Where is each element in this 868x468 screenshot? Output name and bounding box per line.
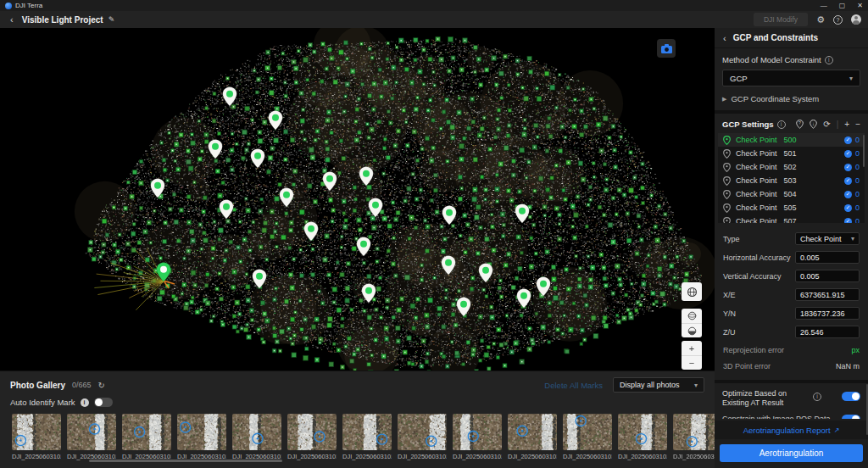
panel-back-button[interactable]: ‹ xyxy=(723,33,726,43)
photo-thumbnail-canvas[interactable] xyxy=(287,414,337,450)
photo-thumbnail-canvas[interactable] xyxy=(67,414,116,450)
gcp-list-item[interactable]: Check Point502✓0 xyxy=(718,160,865,174)
pin-import-icon[interactable]: ↓ xyxy=(810,120,817,129)
gcp-pin-marker[interactable] xyxy=(279,187,294,208)
photo-thumbnail[interactable]: DJI_202506031033... xyxy=(673,414,715,460)
gcp-list-item[interactable]: Check Point507✓0 xyxy=(718,214,865,223)
screenshot-camera-button[interactable] xyxy=(657,39,676,58)
gcp-list-item[interactable]: Check Point505✓0 xyxy=(718,201,865,214)
user-avatar[interactable] xyxy=(851,14,861,25)
photo-thumbnail[interactable]: DJI_202506031033... xyxy=(232,414,281,460)
gcp-pin-marker[interactable] xyxy=(250,148,265,169)
gcp-pin-marker[interactable] xyxy=(441,255,456,276)
gcp-pin-marker[interactable] xyxy=(536,276,551,297)
selected-gcp-pin-marker[interactable] xyxy=(156,262,171,282)
info-icon[interactable]: i xyxy=(81,398,89,407)
optimize-toggle[interactable] xyxy=(842,392,860,401)
add-gcp-button[interactable]: + xyxy=(844,120,849,129)
gcp-pin-marker[interactable] xyxy=(222,86,237,107)
remove-gcp-button[interactable]: − xyxy=(855,120,860,129)
photo-thumbnail-canvas[interactable] xyxy=(673,414,715,450)
photo-thumbnail-canvas[interactable] xyxy=(618,414,667,450)
photo-thumbnail[interactable]: DJI_202506031028... xyxy=(67,414,116,460)
gcp-pin-marker[interactable] xyxy=(356,237,371,257)
clipped-option-toggle[interactable] xyxy=(842,415,860,420)
gcp-pin-marker[interactable] xyxy=(219,199,234,220)
refresh-icon[interactable]: ↻ xyxy=(98,381,105,390)
gcp-pin-marker[interactable] xyxy=(361,283,376,304)
photo-thumbnail-canvas[interactable] xyxy=(563,414,612,450)
detail-input[interactable]: 1836737.236 xyxy=(795,307,860,320)
tilt-view-button[interactable] xyxy=(682,323,702,337)
gcp-point-list[interactable]: Check Point500✓0Check Point501✓0Check Po… xyxy=(718,133,865,223)
photo-thumbnail-canvas[interactable] xyxy=(453,414,502,450)
gcp-pin-marker[interactable] xyxy=(442,205,457,226)
gcp-sync-icon[interactable]: ⟳ xyxy=(823,120,830,129)
delete-all-marks-button[interactable]: Delete All Marks xyxy=(544,381,603,390)
minimize-button[interactable]: — xyxy=(821,0,827,11)
gcp-pin-marker[interactable] xyxy=(208,139,223,159)
detail-input[interactable]: 6373651.915 xyxy=(795,288,860,301)
gcp-pin-marker[interactable] xyxy=(456,297,471,317)
photo-thumbnail-canvas[interactable] xyxy=(398,414,447,450)
photo-thumbnail-strip[interactable]: DJI_202506031027...DJI_202506031028...DJ… xyxy=(0,407,715,460)
aerotriangulation-button[interactable]: Aerotriangulation xyxy=(720,444,863,462)
gallery-scrollbar[interactable] xyxy=(89,460,282,462)
dji-modify-button[interactable]: DJI Modify xyxy=(754,13,808,26)
zoom-out-button[interactable]: − xyxy=(682,355,702,370)
gcp-list-item[interactable]: Check Point500✓0 xyxy=(718,133,865,147)
auto-identify-toggle[interactable] xyxy=(94,398,113,407)
close-button[interactable]: ✕ xyxy=(857,0,863,11)
photo-thumbnail-canvas[interactable] xyxy=(12,414,61,450)
settings-gear-icon[interactable]: ⚙ xyxy=(816,14,825,25)
photo-thumbnail[interactable]: DJI_202506031028... xyxy=(342,414,392,460)
gcp-pin-marker[interactable] xyxy=(252,269,267,289)
method-dropdown[interactable]: GCP ▾ xyxy=(722,70,860,86)
gcp-pin-marker[interactable] xyxy=(322,171,337,192)
maximize-button[interactable]: ▢ xyxy=(839,0,846,11)
pin-search-icon[interactable]: ? xyxy=(796,120,804,129)
photo-thumbnail-canvas[interactable] xyxy=(232,414,281,450)
gcp-pin-marker[interactable] xyxy=(478,263,493,283)
gcp-list-item[interactable]: Check Point501✓0 xyxy=(718,147,865,160)
photo-thumbnail[interactable]: DJI_202506031033... xyxy=(563,414,612,460)
gcp-pin-marker[interactable] xyxy=(516,288,531,309)
gcp-pin-marker[interactable] xyxy=(368,198,383,218)
help-icon[interactable]: ? xyxy=(833,15,843,25)
photo-thumbnail-canvas[interactable] xyxy=(177,414,226,450)
back-button[interactable]: ‹ xyxy=(10,12,14,27)
photo-thumbnail-canvas[interactable] xyxy=(342,414,392,450)
photo-thumbnail[interactable]: DJI_202506031033... xyxy=(508,414,557,460)
gcp-pin-marker[interactable] xyxy=(268,110,283,131)
gcp-list-item[interactable]: Check Point504✓0 xyxy=(718,187,865,201)
gcp-pin-marker[interactable] xyxy=(303,221,319,242)
type-dropdown[interactable]: Check Point ▾ xyxy=(795,232,860,245)
display-photos-dropdown[interactable]: Display all photos ▾ xyxy=(613,377,704,393)
photo-thumbnail[interactable]: DJI_202506031033... xyxy=(122,414,171,460)
photo-thumbnail-canvas[interactable] xyxy=(508,414,557,450)
zoom-in-button[interactable]: + xyxy=(682,341,702,355)
photo-thumbnail[interactable]: DJI_202506031033... xyxy=(287,414,337,460)
photo-thumbnail[interactable]: DJI_202506031027... xyxy=(177,414,226,460)
info-icon[interactable]: i xyxy=(777,120,786,129)
point-cloud-canvas[interactable] xyxy=(0,28,715,370)
photo-thumbnail[interactable]: DJI_202506031027... xyxy=(618,414,667,460)
edit-project-name-icon[interactable]: ✎ xyxy=(108,15,115,24)
detail-input[interactable]: 0.005 xyxy=(795,270,860,282)
gcp-view-toggle-button[interactable] xyxy=(682,282,702,301)
info-icon[interactable]: i xyxy=(825,56,833,64)
point-cloud-viewport[interactable]: + − xyxy=(0,28,715,370)
photo-thumbnail[interactable]: DJI_202506031027... xyxy=(12,414,61,460)
aerotriangulation-report-link[interactable]: Aerotriangulation Report xyxy=(743,426,831,435)
gcp-pin-marker[interactable] xyxy=(150,178,165,198)
photo-thumbnail[interactable]: DJI_202506031028... xyxy=(398,414,447,460)
info-icon[interactable]: i xyxy=(813,393,821,401)
orbit-view-button[interactable] xyxy=(682,309,702,323)
gcp-pin-marker[interactable] xyxy=(359,166,374,187)
gcp-coordinate-system-toggle[interactable]: ▶ GCP Coordinate System xyxy=(722,94,860,103)
detail-input[interactable]: 0.005 xyxy=(795,251,860,264)
gcp-list-item[interactable]: Check Point503✓0 xyxy=(718,174,865,187)
detail-input[interactable]: 26.546 xyxy=(795,326,860,338)
list-scrollbar[interactable] xyxy=(863,135,865,167)
photo-thumbnail-canvas[interactable] xyxy=(122,414,171,450)
